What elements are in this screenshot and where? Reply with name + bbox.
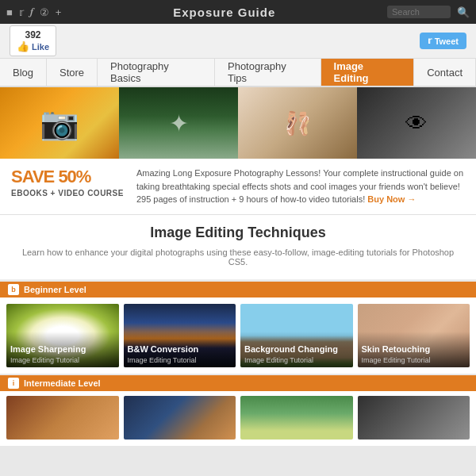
search-input[interactable]: [387, 6, 451, 18]
intermediate-thumb-4[interactable]: [358, 396, 470, 440]
beginner-label: Beginner Level: [24, 285, 86, 294]
section-heading: Image Editing Techniques Learn how to en…: [0, 215, 476, 280]
bw-title: B&W Conversion: [128, 344, 232, 355]
google-plus-icon[interactable]: ②: [40, 6, 49, 18]
beginner-icon: b: [8, 284, 19, 295]
nav-image-editing[interactable]: Image Editing: [321, 59, 415, 86]
site-title: Exposure Guide: [67, 6, 381, 19]
section-description: Learn how to enhance your digital photog…: [0, 244, 476, 274]
hero-image-camera: [0, 87, 119, 159]
bw-subtitle: Image Editing Tutorial: [128, 356, 232, 364]
tutorial-card-background[interactable]: Background Changing Image Editing Tutori…: [240, 304, 353, 367]
tweet-label: Tweet: [435, 36, 459, 46]
tweet-button[interactable]: 𝕣 Tweet: [420, 33, 466, 49]
sharpening-subtitle: Image Editing Tutorial: [10, 356, 115, 364]
nav-store[interactable]: Store: [47, 59, 98, 86]
hero-banner: [0, 87, 476, 159]
tutorial-card-sharpening[interactable]: Image Sharpening Image Editing Tutorial: [6, 304, 119, 367]
intermediate-level-bar: i Intermediate Level: [0, 375, 476, 391]
facebook-icon[interactable]: 𝒇: [30, 6, 33, 18]
nav-photography-tips[interactable]: Photography Tips: [215, 59, 321, 86]
sharpening-title: Image Sharpening: [10, 344, 115, 355]
background-label: Background Changing Image Editing Tutori…: [240, 332, 353, 367]
skin-subtitle: Image Editing Tutorial: [362, 356, 466, 364]
skin-label: Skin Retouching Image Editing Tutorial: [358, 332, 470, 367]
promo-sub-text: EBOOKS + VIDEO COURSE: [11, 189, 124, 198]
intermediate-label: Intermediate Level: [24, 378, 101, 388]
thumbs-up-icon: 👍: [17, 40, 29, 52]
nav-contact[interactable]: Contact: [414, 59, 476, 86]
fb-like-button[interactable]: 👍 Like: [17, 40, 49, 52]
top-bar: ■ 𝕣 𝒇 ② + Exposure Guide 🔍: [0, 0, 476, 24]
buy-now-link[interactable]: Buy Now →: [367, 194, 416, 204]
skin-title: Skin Retouching: [362, 344, 466, 355]
background-title: Background Changing: [244, 344, 349, 355]
twitter-icon[interactable]: 𝕣: [19, 6, 24, 18]
section-title: Image Editing Techniques: [0, 225, 476, 241]
hero-image-dancer: [238, 87, 357, 159]
intermediate-icon: i: [8, 378, 19, 389]
tutorial-card-bw[interactable]: B&W Conversion Image Editing Tutorial: [124, 304, 236, 367]
nav-photography-basics[interactable]: Photography Basics: [98, 59, 215, 86]
rss-icon[interactable]: ■: [6, 6, 13, 18]
fb-like-label: Like: [32, 42, 49, 52]
promo-save-text: SAVE 50%: [11, 167, 124, 187]
promo-offer: SAVE 50% EBOOKS + VIDEO COURSE: [11, 167, 124, 198]
sharpening-label: Image Sharpening Image Editing Tutorial: [6, 332, 119, 367]
hero-image-portrait: [357, 87, 476, 159]
tutorial-card-skin[interactable]: Skin Retouching Image Editing Tutorial: [358, 304, 470, 367]
beginner-level-bar: b Beginner Level: [0, 282, 476, 298]
nav-blog[interactable]: Blog: [0, 59, 47, 86]
background-subtitle: Image Editing Tutorial: [244, 356, 349, 364]
hero-image-lighttrail: [119, 87, 238, 159]
beginner-grid: Image Sharpening Image Editing Tutorial …: [0, 298, 476, 374]
main-nav: Blog Store Photography Basics Photograph…: [0, 59, 476, 87]
intermediate-thumb-3[interactable]: [240, 396, 353, 440]
promo-bar: SAVE 50% EBOOKS + VIDEO COURSE Amazing L…: [0, 159, 476, 215]
search-icon[interactable]: 🔍: [457, 6, 470, 18]
facebook-like-box: 392 👍 Like: [10, 25, 56, 56]
intermediate-thumb-1[interactable]: [6, 396, 119, 440]
intermediate-grid: [0, 391, 476, 446]
intermediate-thumb-2[interactable]: [124, 396, 236, 440]
fb-count: 392: [17, 29, 49, 40]
social-bar: 392 👍 Like 𝕣 Tweet: [0, 24, 476, 59]
twitter-bird-icon: 𝕣: [428, 36, 432, 46]
promo-description: Amazing Long Exposure Photography Lesson…: [136, 167, 465, 206]
add-icon[interactable]: +: [56, 6, 62, 18]
bw-label: B&W Conversion Image Editing Tutorial: [124, 332, 236, 367]
